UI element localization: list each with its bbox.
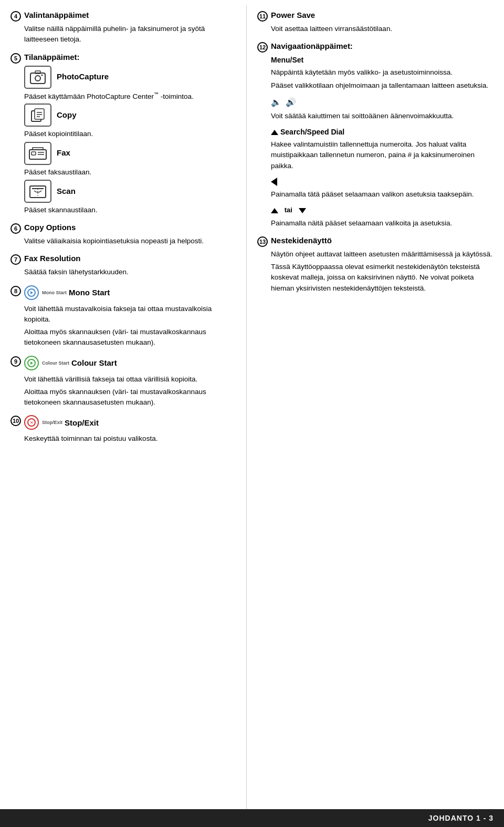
- menu-set-body2: Pääset valikkotilaan ohjelmoimaan ja tal…: [271, 80, 496, 91]
- back-body: Painamalla tätä pääset selaamaan valikon…: [271, 189, 496, 200]
- fax-row: Fax: [24, 142, 238, 165]
- section-10: 10 ✕ Stop/Exit Stop/Exit Keskeyttää toim…: [10, 415, 238, 444]
- mono-start-button-icon: [24, 285, 39, 300]
- section-8-num: 8: [10, 286, 21, 296]
- svg-marker-15: [30, 291, 33, 294]
- left-column: 4 Valintanäppäimet Valitse näillä näppäi…: [0, 5, 247, 809]
- section-10-body: Keskeyttää toiminnan tai poistuu valikos…: [24, 433, 238, 444]
- menu-set-body1: Näppäintä käytetään myös valikko- ja ase…: [271, 67, 496, 78]
- section-8: 8 Mono Start Mono Start Voit lähettää mu…: [10, 285, 238, 348]
- copy-row: Copy: [24, 104, 238, 127]
- svg-point-3: [41, 74, 43, 76]
- speaker-icon-low: 🔈: [271, 98, 281, 107]
- section-4-body: Valitse näillä näppäimillä puhelin- ja f…: [24, 25, 205, 43]
- section-9-title: Colour Start: [71, 358, 117, 367]
- colour-start-button-icon: [24, 356, 39, 370]
- section-4-title: Valintanäppäimet: [24, 11, 89, 19]
- subsection-speaker: 🔈 🔊 Voit säätää kaiuttimen tai soittoään…: [271, 96, 496, 121]
- svg-rect-0: [30, 73, 45, 84]
- section-9-body2: Aloittaa myös skannauksen (väri- tai mus…: [24, 387, 238, 408]
- section-5-num: 5: [10, 53, 21, 64]
- section-7-body: Säätää faksin lähetystarkkuuden.: [24, 268, 129, 276]
- up-arrow-icon: [271, 208, 278, 213]
- fax-icon: [24, 142, 51, 165]
- section-7-title: Fax Resolution: [24, 254, 81, 263]
- scan-label: Scan: [57, 185, 76, 198]
- section-5: 5 Tilanäppäimet: PhotoCapture: [10, 53, 238, 216]
- section-5-title: Tilanäppäimet:: [24, 53, 80, 61]
- section-10-num: 10: [10, 416, 21, 426]
- stop-exit-small-label: Stop/Exit: [42, 420, 62, 425]
- copy-body: Pääset kopiointitilaan.: [24, 129, 238, 139]
- footer-text: JOHDANTO 1 - 3: [428, 814, 494, 822]
- search-speed-body: Hakee valintamuistiin tallennettuja nume…: [271, 139, 496, 171]
- section-9: 9 Colour Start Colour Start Voit lähettä…: [10, 356, 238, 408]
- section-8-body1: Voit lähettää mustavalkoisia fakseja tai…: [24, 304, 238, 325]
- section-6-num: 6: [10, 223, 21, 234]
- section-9-num: 9: [10, 356, 21, 367]
- tai-text: tai: [285, 206, 292, 214]
- subsection-menu-set: Menu/Set Näppäintä käytetään myös valikk…: [271, 55, 496, 91]
- section-4-num: 4: [10, 11, 21, 22]
- section-11-num: 11: [257, 11, 268, 22]
- svg-rect-5: [35, 109, 44, 119]
- section-8-body2: Aloittaa myös skannauksen (väri- tai mus…: [24, 327, 238, 348]
- subsection-updown: tai Painamalla näitä pääset selaamaan va…: [271, 205, 496, 229]
- colour-start-small-label: Colour Start: [42, 360, 69, 366]
- fax-label: Fax: [57, 147, 70, 159]
- section-13-body2: Tässä Käyttöoppaassa olevat esimerkit ne…: [271, 262, 496, 294]
- photocapture-label: PhotoCapture: [57, 71, 109, 83]
- search-speed-title: Search/Speed Dial: [280, 127, 344, 138]
- subsection-back: Painamalla tätä pääset selaamaan valikon…: [271, 177, 496, 200]
- section-6: 6 Copy Options Valitse väliaikaisia kopi…: [10, 223, 238, 246]
- section-13-title: Nestekidenäyttö: [271, 236, 332, 245]
- mono-start-small-label: Mono Start: [42, 290, 67, 295]
- section-7-num: 7: [10, 254, 21, 265]
- svg-point-1: [35, 76, 40, 81]
- section-11-body: Voit asettaa laitteen virransäästötilaan…: [271, 24, 496, 34]
- section-13-num: 13: [257, 236, 268, 247]
- svg-rect-10: [32, 152, 36, 155]
- menu-set-title: Menu/Set: [271, 55, 496, 66]
- speaker-body: Voit säätää kaiuttimen tai soittoäänen ä…: [271, 111, 496, 121]
- svg-rect-2: [35, 71, 40, 74]
- section-8-title: Mono Start: [69, 288, 110, 297]
- section-11: 11 Power Save Voit asettaa laitteen virr…: [257, 11, 496, 34]
- updown-body: Painamalla näitä pääset selaamaan valiko…: [271, 218, 496, 229]
- svg-marker-16: [30, 361, 33, 365]
- section-12-num: 12: [257, 42, 268, 53]
- right-column: 11 Power Save Voit asettaa laitteen virr…: [247, 5, 504, 809]
- down-arrow-icon: [299, 208, 306, 213]
- section-13: 13 Nestekidenäyttö Näytön ohjeet auttava…: [257, 236, 496, 294]
- section-12-title: Navigaationäppäimet:: [271, 42, 353, 50]
- triangle-up-icon: [271, 127, 279, 137]
- fax-body: Pääset faksaustilaan.: [24, 167, 238, 178]
- section-4: 4 Valintanäppäimet Valitse näillä näppäi…: [10, 11, 238, 45]
- photocapture-body: Pääset käyttämään PhotoCapture Center™ -…: [24, 91, 238, 102]
- photocapture-icon: [24, 66, 51, 89]
- stop-exit-button-icon: ✕: [24, 415, 39, 430]
- section-10-title: Stop/Exit: [65, 418, 99, 427]
- section-6-title: Copy Options: [24, 223, 76, 232]
- section-13-body1: Näytön ohjeet auttavat laitteen asetuste…: [271, 249, 496, 260]
- speaker-icon-high: 🔊: [286, 98, 296, 107]
- section-6-body: Valitse väliaikaisia kopiointiasetuksia …: [24, 237, 204, 245]
- subsection-search-speed: Search/Speed Dial Hakee valintamuistiin …: [271, 127, 496, 171]
- copy-icon: [24, 104, 51, 127]
- section-11-title: Power Save: [271, 11, 315, 19]
- scan-icon: [24, 180, 51, 203]
- section-7: 7 Fax Resolution Säätää faksin lähetysta…: [10, 254, 238, 277]
- scan-body: Pääset skannaustilaan.: [24, 205, 238, 215]
- section-9-body1: Voit lähettää värillisiä fakseja tai ott…: [24, 374, 238, 385]
- copy-label: Copy: [57, 109, 77, 121]
- scan-row: Scan: [24, 180, 238, 203]
- back-arrow-icon: [271, 178, 277, 186]
- footer-bar: JOHDANTO 1 - 3: [0, 809, 504, 827]
- photocapture-row: PhotoCapture: [24, 66, 238, 89]
- section-12: 12 Navigaationäppäimet: Menu/Set Näppäin…: [257, 42, 496, 229]
